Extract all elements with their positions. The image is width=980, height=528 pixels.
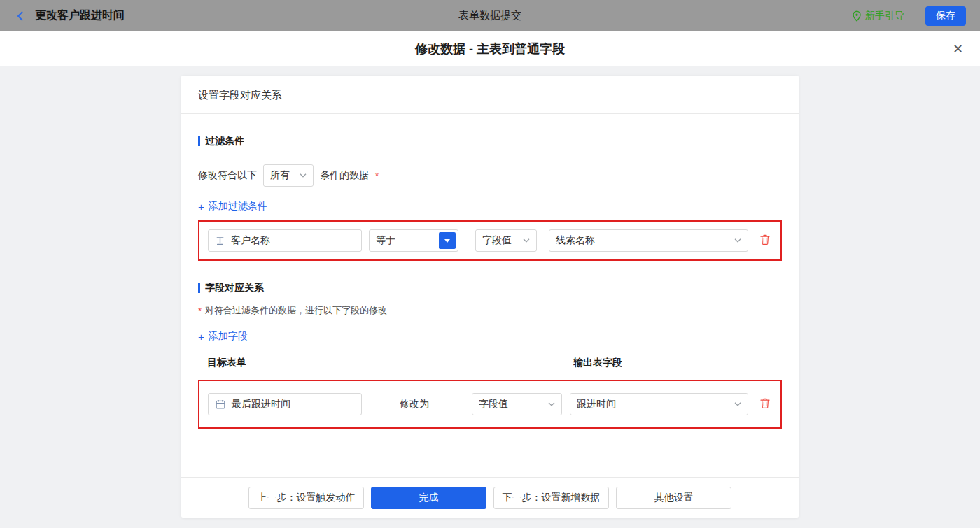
chevron-down-icon [734, 402, 741, 406]
plus-icon: + [198, 331, 204, 342]
mapping-value-type-select[interactable]: 字段值 [472, 393, 562, 415]
value-type-select[interactable]: 字段值 [475, 229, 537, 252]
other-settings-button[interactable]: 其他设置 [616, 487, 732, 509]
source-field-select[interactable]: 跟进时间 [570, 393, 748, 415]
guide-label: 新手引导 [865, 10, 904, 22]
filter-section-label: 过滤条件 [205, 135, 244, 148]
guide-link[interactable]: 新手引导 [852, 10, 904, 22]
done-button[interactable]: 完成 [371, 487, 486, 509]
mapping-row-annotation: 最后跟进时间 修改为 字段值 跟进时间 [198, 380, 782, 429]
filter-section-title: 过滤条件 [198, 135, 782, 148]
next-step-button[interactable]: 下一步：设置新增数据 [493, 487, 609, 509]
match-prefix: 修改符合以下 [198, 169, 257, 182]
topbar-left: 更改客户跟进时间 [14, 8, 125, 23]
column-header-output-field: 输出表字段 [573, 357, 622, 369]
topbar: 更改客户跟进时间 表单数据提交 新手引导 保存 [0, 0, 980, 31]
operator-select[interactable]: 等于 [369, 229, 458, 252]
modal-body: 设置字段对应关系 过滤条件 修改符合以下 所有 条件的数据 * + [0, 66, 980, 528]
card-footer: 上一步：设置触发动作 完成 下一步：设置新增数据 其他设置 [181, 477, 799, 518]
prev-step-button[interactable]: 上一步：设置触发动作 [248, 487, 364, 509]
column-headers: 目标表单 输出表字段 [198, 357, 782, 368]
delete-mapping-row-button[interactable] [760, 397, 771, 411]
required-mark: * [375, 171, 379, 181]
workflow-title: 更改客户跟进时间 [35, 8, 125, 23]
target-field-label: 最后跟进时间 [232, 398, 290, 411]
match-mode-select[interactable]: 所有 [263, 164, 314, 187]
compare-field-value: 线索名称 [556, 234, 595, 247]
chevron-down-icon [300, 173, 307, 178]
modal-header: 修改数据 - 主表到普通字段 ✕ [0, 31, 980, 66]
trash-icon [760, 234, 771, 248]
card-header: 设置字段对应关系 [181, 76, 799, 114]
settings-card: 设置字段对应关系 过滤条件 修改符合以下 所有 条件的数据 * + [181, 76, 799, 518]
column-header-target-form: 目标表单 [207, 357, 246, 369]
add-filter-condition-link[interactable]: + 添加过滤条件 [198, 200, 267, 213]
text-field-icon [216, 236, 225, 245]
node-title: 表单数据提交 [458, 9, 522, 22]
operator-value: 等于 [376, 234, 396, 247]
filter-field-input[interactable]: 客户名称 [208, 229, 362, 252]
mapping-section-label: 字段对应关系 [205, 282, 264, 294]
modal-title: 修改数据 - 主表到普通字段 [415, 41, 565, 57]
mapping-section-title: 字段对应关系 [198, 282, 782, 294]
plus-icon: + [198, 201, 204, 212]
topbar-right: 新手引导 保存 [852, 6, 966, 26]
delete-filter-row-button[interactable] [760, 234, 771, 248]
card-body: 过滤条件 修改符合以下 所有 条件的数据 * + 添加过滤条件 [181, 114, 799, 477]
match-mode-value: 所有 [270, 169, 290, 182]
compare-field-select[interactable]: 线索名称 [549, 229, 748, 252]
match-condition-line: 修改符合以下 所有 条件的数据 * [198, 164, 782, 187]
location-pin-icon [852, 10, 862, 22]
filter-field-label: 客户名称 [231, 234, 270, 247]
modify-to-label: 修改为 [400, 398, 429, 411]
close-icon[interactable]: ✕ [953, 43, 963, 55]
chevron-down-icon [523, 238, 530, 243]
match-suffix: 条件的数据 [320, 169, 369, 182]
mapping-description: * 对符合过滤条件的数据，进行以下字段的修改 [198, 304, 782, 317]
add-field-link[interactable]: + 添加字段 [198, 330, 248, 343]
chevron-down-icon [734, 238, 741, 243]
add-filter-label: 添加过滤条件 [209, 200, 267, 213]
operator-caret-button[interactable] [439, 232, 456, 249]
value-type-value: 字段值 [482, 234, 512, 247]
mapping-description-text: 对符合过滤条件的数据，进行以下字段的修改 [205, 304, 387, 317]
add-field-label: 添加字段 [209, 330, 248, 343]
trash-icon [760, 397, 771, 411]
required-mark: * [198, 306, 202, 316]
target-field-input[interactable]: 最后跟进时间 [208, 393, 362, 415]
save-button[interactable]: 保存 [925, 6, 966, 26]
section-bar-icon [198, 136, 200, 146]
filter-row-annotation: 客户名称 等于 字段值 线索名称 [198, 220, 782, 261]
source-field-value: 跟进时间 [577, 398, 616, 411]
calendar-icon [216, 399, 225, 409]
section-bar-icon [198, 283, 200, 293]
mapping-value-type-value: 字段值 [479, 398, 508, 411]
chevron-down-icon [548, 402, 555, 406]
back-icon[interactable] [14, 10, 27, 22]
